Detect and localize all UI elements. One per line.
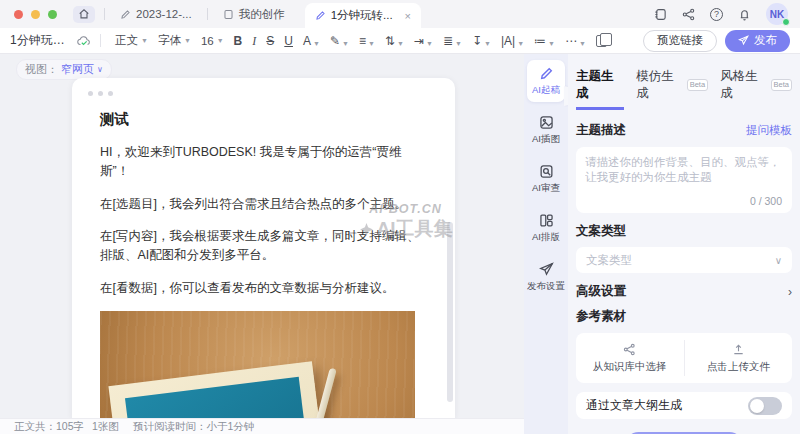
chevron-right-icon[interactable]: › (788, 285, 792, 299)
home-button[interactable] (73, 6, 95, 23)
home-icon (78, 8, 90, 20)
pencil-icon (315, 10, 326, 21)
chevron-down-icon: ▼ (141, 37, 148, 44)
bold-button[interactable]: B (234, 35, 243, 47)
tab-imitate-generate[interactable]: 模仿生成Beta (636, 68, 708, 107)
align-dropdown[interactable]: ≡▼ (359, 35, 375, 47)
font-size-dropdown[interactable]: 16▼ (201, 35, 224, 47)
font-color-button[interactable]: A▼ (303, 35, 320, 47)
line-spacing-icon: ⇅ (385, 35, 395, 47)
doc-title-field[interactable]: 1分钟玩转T... (10, 32, 72, 49)
help-icon[interactable]: ? (710, 8, 723, 21)
window-titlebar: 2023-12-... 我的创作 1分钟玩转... × ? NK (0, 0, 800, 28)
chevron-down-icon: ▼ (313, 40, 320, 47)
close-tab-icon[interactable]: × (405, 10, 411, 22)
divider (207, 8, 208, 20)
document-paragraph[interactable]: HI，欢迎来到TURBODESK! 我是专属于你的运营“贾维斯”！ (100, 143, 427, 181)
strikethrough-button[interactable]: S (266, 35, 274, 47)
document-image[interactable]: Start. (100, 311, 415, 419)
more-icon: ⋯ (565, 35, 577, 47)
list-dropdown[interactable]: ≔▼ (534, 35, 555, 47)
chevron-down-icon: ▼ (184, 37, 191, 44)
editor-toolbar: 1分钟玩转T... 正文▼ 字体▼ 16▼ B I S U A▼ ✎▼ ≡▼ ⇅… (0, 28, 800, 54)
rail-item-publish-settings[interactable]: 发布设置 (527, 256, 565, 298)
divider (104, 8, 105, 20)
editor-scrollbar[interactable] (447, 222, 453, 402)
user-avatar[interactable]: NK (766, 3, 788, 25)
close-window-button[interactable] (14, 10, 23, 19)
tab-style-generate[interactable]: 风格生成Beta (720, 68, 792, 107)
image-count: 1张图 (92, 420, 119, 434)
letter-spacing-dropdown[interactable]: ≣▼ (443, 35, 462, 47)
document-paragraph[interactable]: 在[看数据]，你可以查看发布的文章数据与分析建议。 (100, 279, 427, 298)
knowledge-base-icon (623, 343, 636, 356)
indent-dropdown[interactable]: ⇥▼ (414, 35, 433, 47)
chevron-down-icon: ∨ (775, 255, 782, 266)
document-page[interactable]: 测试 HI，欢迎来到TURBODESK! 我是专属于你的运营“贾维斯”！ 在[选… (72, 78, 455, 418)
rail-item-ai-review[interactable]: AI审查 (527, 158, 565, 200)
outline-generate-row: 通过文章大纲生成 (576, 392, 792, 419)
chevron-down-icon: ▼ (517, 40, 524, 47)
editor-canvas: 视图： 窄网页 ∨ 测试 HI，欢迎来到TURBODESK! 我是专属于你的运营… (0, 54, 524, 418)
topic-description-label: 主题描述 (576, 122, 626, 139)
paragraph-spacing-icon: ↧ (472, 35, 482, 47)
chevron-down-icon: ∨ (97, 65, 103, 74)
image-icon (539, 115, 554, 130)
font-family-dropdown[interactable]: 字体▼ (158, 33, 191, 48)
chevron-down-icon: ▼ (455, 40, 462, 47)
italic-button[interactable]: I (252, 35, 256, 47)
document-paragraph[interactable]: 在[选题目]，我会列出符合需求且结合热点的多个主题。 (100, 195, 427, 214)
chevron-down-icon: ▼ (548, 40, 555, 47)
question-template-link[interactable]: 提问模板 (746, 123, 792, 138)
rail-item-ai-draft[interactable]: AI起稿 (527, 60, 565, 102)
layout-icon (539, 213, 554, 228)
highlight-color-button[interactable]: ✎▼ (330, 35, 349, 47)
word-count: 正文共：105字 (14, 420, 84, 434)
tab-current-doc[interactable]: 1分钟玩转... × (305, 3, 421, 28)
tab-my-creations[interactable]: 我的创作 (217, 0, 291, 28)
align-icon: ≡ (359, 35, 366, 47)
topbar-actions: ? NK (654, 3, 788, 25)
tab-topic-generate[interactable]: 主题生成 (576, 68, 624, 110)
document-title[interactable]: 测试 (100, 110, 455, 129)
rail-item-ai-layout[interactable]: AI排版 (527, 207, 565, 249)
char-counter: 0 / 300 (750, 195, 782, 207)
underline-button[interactable]: U (284, 35, 293, 47)
more-dropdown[interactable]: ⋯▼ (565, 35, 586, 47)
copy-type-label: 文案类型 (576, 223, 626, 240)
paper-plane-icon (738, 35, 749, 46)
ai-tools-rail: AI起稿 AI插图 AI审查 AI排版 发布设置 (524, 54, 568, 434)
preview-link-button[interactable]: 预览链接 (643, 30, 717, 52)
notebook-icon[interactable] (654, 8, 667, 21)
share-icon[interactable] (682, 8, 695, 21)
list-icon: ≔ (534, 35, 546, 47)
view-mode-dropdown[interactable]: 视图： 窄网页 ∨ (16, 59, 112, 80)
copy-type-select[interactable]: 文案类型 ∨ (576, 247, 792, 273)
pencil-icon (120, 9, 131, 20)
tab-recent-doc[interactable]: 2023-12-... (114, 0, 198, 28)
ai-text-dropdown[interactable]: |A|▼ (501, 35, 524, 47)
panel-tabs: 主题生成 模仿生成Beta 风格生成Beta (576, 68, 792, 110)
maximize-window-button[interactable] (48, 10, 57, 19)
indent-icon: ⇥ (414, 35, 424, 47)
select-from-kb-button[interactable]: 从知识库中选择 (576, 333, 684, 383)
line-spacing-dropdown[interactable]: ⇅▼ (385, 35, 404, 47)
outline-toggle-label: 通过文章大纲生成 (586, 397, 682, 414)
publish-button[interactable]: 发布 (725, 30, 790, 52)
minimize-window-button[interactable] (31, 10, 40, 19)
format-painter-icon[interactable] (596, 35, 607, 47)
paragraph-style-dropdown[interactable]: 正文▼ (115, 33, 148, 48)
status-bar: 正文共：105字 1张图 预计阅读时间：小于1分钟 (0, 418, 524, 434)
rail-item-ai-illustration[interactable]: AI插图 (527, 109, 565, 151)
letter-spacing-icon: ≣ (443, 35, 453, 47)
tab-label: 我的创作 (239, 7, 285, 22)
topic-description-input[interactable] (585, 155, 783, 195)
upload-file-button[interactable]: 点击上传文件 (685, 333, 793, 383)
traffic-lights (14, 10, 57, 19)
bell-icon[interactable] (738, 8, 751, 21)
tab-label: 2023-12-... (136, 8, 192, 20)
outline-toggle[interactable] (748, 397, 782, 415)
paper-plane-icon (539, 262, 554, 277)
document-paragraph[interactable]: 在[写内容]，我会根据要求生成多篇文章，同时支持编辑、排版、AI配图和分发到多平… (100, 227, 427, 265)
paragraph-spacing-dropdown[interactable]: ↧▼ (472, 35, 491, 47)
